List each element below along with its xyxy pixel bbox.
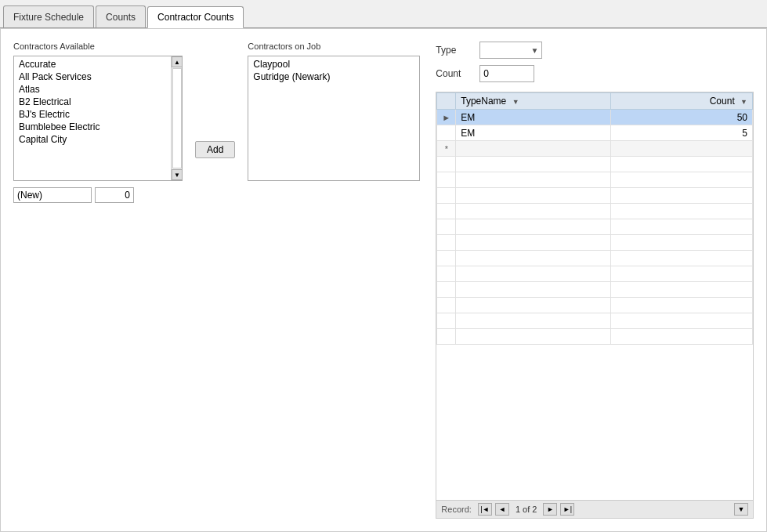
contractors-on-job-section: Contractors on Job Claypool Gutridge (Ne… <box>248 42 420 203</box>
type-dropdown[interactable]: ▼ <box>479 42 542 59</box>
list-item[interactable]: Capital City <box>14 133 182 146</box>
main-container: Fixture Schedule Counts Contractor Count… <box>0 0 767 532</box>
new-row-count-input[interactable] <box>95 187 134 203</box>
count-row: Count <box>436 65 754 82</box>
table-row[interactable]: ► EM 50 <box>437 110 753 125</box>
dropdown-arrow-icon: ▼ <box>530 46 538 55</box>
scroll-up-button[interactable]: ▲ <box>172 56 183 67</box>
typename-cell: EM <box>456 125 611 141</box>
contractors-on-job-listbox[interactable]: Claypool Gutridge (Newark) <box>248 56 420 181</box>
contractors-on-job-label: Contractors on Job <box>248 42 420 51</box>
row-indicator <box>437 125 456 141</box>
right-panel: Type ▼ Count <box>436 42 754 519</box>
nav-page-info: 1 of 2 <box>516 505 537 514</box>
left-panel: Contractors Available Accurate All Pack … <box>13 42 420 519</box>
add-button[interactable]: Add <box>195 141 235 158</box>
col-typename[interactable]: TypeName ▼ <box>456 93 611 110</box>
row-indicator: ► <box>437 110 456 125</box>
data-table-container: TypeName ▼ Count ▼ <box>436 92 754 519</box>
contractors-available-label: Contractors Available <box>13 42 183 51</box>
sort-arrow-icon: ▼ <box>512 98 519 106</box>
list-item[interactable]: Bumblebee Electric <box>14 121 182 133</box>
row-indicator-header <box>437 93 456 110</box>
sort-arrow-icon: ▼ <box>740 98 747 106</box>
col-count[interactable]: Count ▼ <box>610 93 752 110</box>
content-area: Contractors Available Accurate All Pack … <box>0 28 767 532</box>
navigator-bar: Record: |◄ ◄ 1 of 2 ► ►| ▼ <box>436 500 753 518</box>
tab-fixture-schedule[interactable]: Fixture Schedule <box>3 5 94 27</box>
table-row-empty <box>437 235 753 251</box>
count-label: Count <box>436 68 467 79</box>
table-row-empty <box>437 313 753 329</box>
list-item[interactable]: Accurate <box>14 58 182 71</box>
table-row-empty <box>437 251 753 266</box>
table-row-empty <box>437 188 753 204</box>
list-item[interactable]: All Pack Services <box>14 71 182 83</box>
list-item[interactable]: BJ's Electric <box>14 108 182 121</box>
count-cell: 5 <box>610 125 752 141</box>
type-count-row: Type ▼ <box>436 42 754 59</box>
tab-bar: Fixture Schedule Counts Contractor Count… <box>0 0 767 28</box>
scroll-track[interactable] <box>172 68 182 168</box>
contractors-available-list: Accurate All Pack Services Atlas B2 Elec… <box>14 58 182 146</box>
count-cell: 50 <box>610 110 752 125</box>
table-row-empty <box>437 219 753 235</box>
table-row-empty <box>437 157 753 172</box>
new-row-input[interactable] <box>13 187 92 203</box>
panel-section: Contractors Available Accurate All Pack … <box>13 42 420 203</box>
nav-last-button[interactable]: ►| <box>560 503 574 516</box>
table-scroll-area[interactable]: TypeName ▼ Count ▼ <box>436 92 753 500</box>
contractors-available-listbox[interactable]: Accurate All Pack Services Atlas B2 Elec… <box>13 56 183 181</box>
new-row <box>13 187 183 203</box>
table-row-empty <box>437 172 753 188</box>
table-row[interactable]: EM 5 <box>437 125 753 141</box>
contractors-available-section: Contractors Available Accurate All Pack … <box>13 42 183 203</box>
list-item[interactable]: Atlas <box>14 83 182 96</box>
scroll-down-button[interactable]: ▼ <box>172 169 183 180</box>
tab-counts[interactable]: Counts <box>96 5 146 27</box>
count-input[interactable] <box>479 65 534 82</box>
table-row-empty <box>437 329 753 345</box>
table-row-empty <box>437 266 753 282</box>
tab-contractor-counts[interactable]: Contractor Counts <box>147 6 244 28</box>
data-table: TypeName ▼ Count ▼ <box>436 92 753 345</box>
list-item[interactable]: B2 Electrical <box>14 96 182 108</box>
row-indicator-new: * <box>437 141 456 157</box>
count-cell-new[interactable] <box>610 141 752 157</box>
nav-next-button[interactable]: ► <box>543 503 557 516</box>
typename-cell: EM <box>456 110 611 125</box>
add-btn-area: Add <box>195 42 235 203</box>
nav-prev-button[interactable]: ◄ <box>495 503 509 516</box>
table-row-empty <box>437 204 753 219</box>
table-row-empty <box>437 282 753 298</box>
list-item[interactable]: Gutridge (Newark) <box>248 71 419 83</box>
typename-cell-new[interactable] <box>456 141 611 157</box>
list-item[interactable]: Claypool <box>248 58 419 71</box>
nav-filter-button[interactable]: ▼ <box>734 503 748 516</box>
nav-first-button[interactable]: |◄ <box>478 503 492 516</box>
table-row-new[interactable]: * <box>437 141 753 157</box>
type-label: Type <box>436 45 467 56</box>
table-row-empty <box>437 298 753 313</box>
navigator-label: Record: <box>441 505 472 514</box>
